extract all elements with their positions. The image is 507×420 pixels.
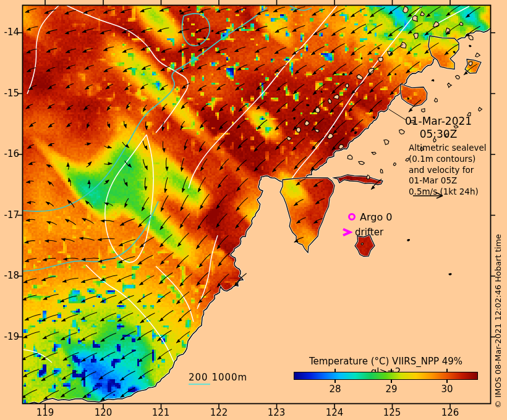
drifter-marker-label: drifter bbox=[355, 227, 383, 238]
y-axis-label: -14 bbox=[0, 27, 19, 38]
x-axis-label: 122 bbox=[205, 408, 232, 418]
colorbar-tick-label: 28 bbox=[326, 384, 344, 395]
colorbar-tick bbox=[334, 369, 336, 372]
timestamp-date: 01-Mar-2021 bbox=[402, 115, 475, 128]
x-axis-label: 120 bbox=[90, 408, 117, 418]
x-axis-label: 126 bbox=[437, 408, 464, 418]
copyright-credit: © IMOS 08-Mar-2021 12:02:46 Hobart time bbox=[494, 234, 503, 408]
argo-marker-icon bbox=[347, 212, 356, 221]
y-axis-label: -16 bbox=[0, 149, 19, 159]
x-axis-label: 119 bbox=[32, 408, 59, 418]
colorbar-tick-label: 29 bbox=[382, 384, 401, 395]
sst-map-viewer: { "figure": { "datetime": { "line1": "01… bbox=[0, 0, 507, 420]
altimetry-legend-line: Altimetric sealevel bbox=[409, 143, 487, 154]
drifter-marker-icon bbox=[341, 227, 352, 237]
timestamp-annotation: 01-Mar-2021 05:30Z bbox=[402, 115, 475, 141]
colorbar-tick bbox=[446, 369, 448, 372]
y-axis-label: -15 bbox=[0, 88, 19, 99]
y-axis-label: -18 bbox=[0, 271, 19, 281]
altimetry-legend-line: 01-Mar 05Z bbox=[409, 175, 487, 187]
y-axis-label: -17 bbox=[0, 210, 19, 220]
colorbar-tick bbox=[446, 380, 448, 383]
x-axis-label: 125 bbox=[378, 408, 406, 418]
colorbar-tick-label: 30 bbox=[438, 384, 456, 395]
x-axis-label: 123 bbox=[263, 408, 290, 418]
colorbar-tick bbox=[334, 380, 336, 383]
altimetry-legend: Altimetric sealevel (0.1m contours) and … bbox=[409, 143, 487, 198]
x-axis-label: 121 bbox=[147, 408, 174, 418]
colorbar-gradient bbox=[294, 372, 478, 380]
colorbar-tick bbox=[391, 380, 392, 383]
colorbar-tick bbox=[391, 369, 392, 372]
bathymetry-legend-label: 200 1000m bbox=[189, 372, 247, 383]
altimetry-legend-line: (0.1m contours) bbox=[409, 154, 487, 165]
y-axis-label: -19 bbox=[0, 332, 19, 342]
x-axis-label: 124 bbox=[321, 408, 348, 418]
bathymetry-legend-line bbox=[189, 384, 210, 385]
velocity-scale-arrow-icon bbox=[412, 190, 446, 199]
altimetry-legend-line: and velocity for bbox=[409, 165, 487, 176]
timestamp-time: 05:30Z bbox=[402, 128, 475, 141]
argo-marker-label: Argo 0 bbox=[360, 212, 392, 223]
